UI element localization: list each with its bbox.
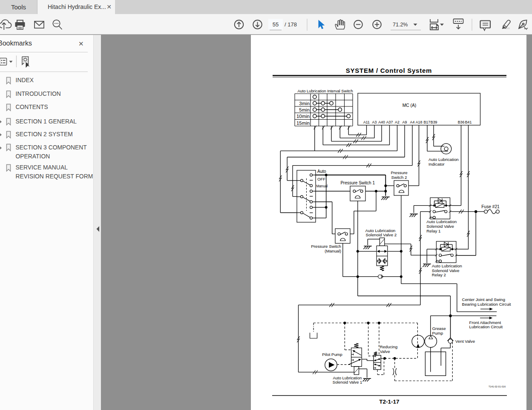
svg-text:A2: A2 <box>395 120 400 124</box>
svg-text:Solenoid Valve: Solenoid Valve <box>432 268 460 273</box>
svg-text:B41: B41 <box>465 120 472 124</box>
svg-text:SYSTEM / Control System: SYSTEM / Control System <box>346 67 432 74</box>
svg-text:A4: A4 <box>410 120 415 124</box>
svg-text:Switch 2: Switch 2 <box>391 175 407 180</box>
svg-text:Center Joint and Swing: Center Joint and Swing <box>462 297 505 302</box>
svg-text:Pressure: Pressure <box>391 170 408 175</box>
svg-text:B39: B39 <box>431 120 437 124</box>
svg-text:Pump: Pump <box>432 331 443 335</box>
svg-text:Reducing: Reducing <box>380 344 397 349</box>
svg-text:3min: 3min <box>299 101 310 106</box>
svg-text:Bearing Lubrication Circuit: Bearing Lubrication Circuit <box>462 302 511 307</box>
svg-text:10min: 10min <box>296 114 310 119</box>
svg-text:Auto Lubrication: Auto Lubrication <box>365 228 396 233</box>
svg-text:B17: B17 <box>423 120 430 124</box>
svg-text:Pilot Pump: Pilot Pump <box>322 352 342 357</box>
svg-text:Lubrication Circuit: Lubrication Circuit <box>469 324 503 329</box>
svg-text:Auto Lubrication: Auto Lubrication <box>432 264 462 268</box>
svg-text:MC (A): MC (A) <box>403 103 417 108</box>
svg-text:Solenoid Valve 1: Solenoid Valve 1 <box>333 380 362 384</box>
svg-text:OFF: OFF <box>317 177 325 181</box>
svg-text:55: 55 <box>273 21 279 28</box>
svg-text:A37: A37 <box>386 120 393 124</box>
svg-text:/ 178: / 178 <box>285 21 297 28</box>
svg-text:Solenoid Valve 2: Solenoid Valve 2 <box>366 232 397 237</box>
svg-text:A11: A11 <box>363 120 370 124</box>
svg-text:Auto Lubrication: Auto Lubrication <box>428 157 459 162</box>
svg-text:Pressure Switch: Pressure Switch <box>311 244 341 249</box>
svg-text:Indicator: Indicator <box>428 162 445 166</box>
svg-text:(Manual): (Manual) <box>325 249 341 253</box>
svg-text:Auto Lubrication: Auto Lubrication <box>333 376 362 380</box>
svg-text:T2-1-17: T2-1-17 <box>379 399 399 405</box>
svg-text:A3: A3 <box>372 120 377 124</box>
svg-text:Valve: Valve <box>380 349 390 354</box>
svg-text:Front Attachment: Front Attachment <box>469 320 501 325</box>
svg-text:Relay 2: Relay 2 <box>432 272 446 277</box>
svg-text:Vent Valve: Vent Valve <box>455 339 475 344</box>
svg-text:Solenoid Valve: Solenoid Valve <box>426 224 454 229</box>
svg-text:Auto Lubrication: Auto Lubrication <box>426 219 457 224</box>
svg-text:A18: A18 <box>416 120 423 124</box>
svg-text:T141-02-01-016: T141-02-01-016 <box>489 385 506 388</box>
svg-text:Auto: Auto <box>317 169 326 174</box>
svg-text:Grease: Grease <box>432 326 446 331</box>
svg-text:Relay 1: Relay 1 <box>426 229 440 233</box>
svg-text:Auto Lubrication Interval Swit: Auto Lubrication Interval Switch <box>297 89 353 93</box>
svg-text:15min: 15min <box>296 120 310 126</box>
svg-text:5min: 5min <box>299 107 310 112</box>
svg-text:Pressure Switch 1: Pressure Switch 1 <box>340 181 375 185</box>
svg-text:Fuse #21: Fuse #21 <box>481 204 500 209</box>
svg-text:71.2%: 71.2% <box>393 22 408 28</box>
svg-text:A40: A40 <box>378 120 385 124</box>
svg-text:B36: B36 <box>458 120 465 124</box>
svg-text:A9: A9 <box>403 120 407 124</box>
